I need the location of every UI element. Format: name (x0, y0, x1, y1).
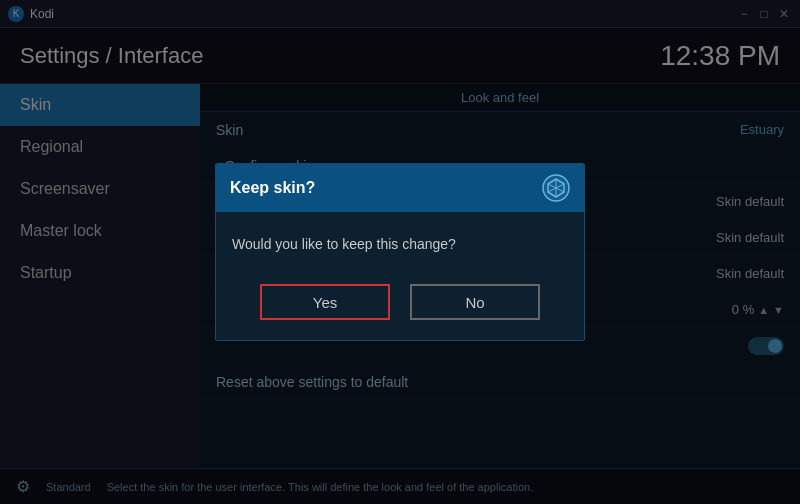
no-button[interactable]: No (410, 284, 540, 320)
dialog-overlay: Keep skin? Would you like to keep this c… (0, 0, 800, 504)
kodi-logo-icon (542, 174, 570, 202)
dialog-header: Keep skin? (216, 164, 584, 212)
yes-button[interactable]: Yes (260, 284, 390, 320)
keep-skin-dialog: Keep skin? Would you like to keep this c… (215, 163, 585, 341)
dialog-body: Would you like to keep this change? (216, 212, 584, 272)
dialog-title: Keep skin? (230, 179, 315, 197)
dialog-message: Would you like to keep this change? (232, 236, 456, 252)
dialog-buttons: Yes No (216, 272, 584, 340)
